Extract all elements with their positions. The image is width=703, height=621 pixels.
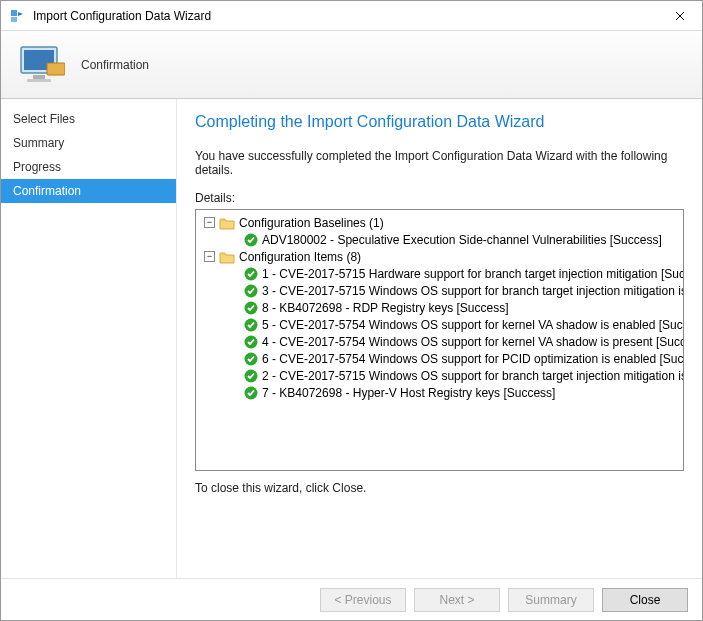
success-icon <box>244 267 258 281</box>
svg-rect-3 <box>27 79 51 82</box>
sidebar: Select Files Summary Progress Confirmati… <box>1 99 177 578</box>
sidebar-item-confirmation[interactable]: Confirmation <box>1 179 176 203</box>
sidebar-item-progress[interactable]: Progress <box>1 155 176 179</box>
tree-item[interactable]: 4 - CVE-2017-5754 Windows OS support for… <box>198 333 684 350</box>
footer-hint: To close this wizard, click Close. <box>195 481 684 495</box>
tree-item-label: 4 - CVE-2017-5754 Windows OS support for… <box>262 335 684 349</box>
wizard-header: Confirmation <box>1 31 702 99</box>
tree-item[interactable]: 8 - KB4072698 - RDP Registry keys [Succe… <box>198 299 684 316</box>
svg-rect-7 <box>220 253 225 255</box>
tree-item-label: 8 - KB4072698 - RDP Registry keys [Succe… <box>262 301 509 315</box>
sidebar-item-label: Confirmation <box>13 184 81 198</box>
close-button[interactable]: Close <box>602 588 688 612</box>
sidebar-item-label: Progress <box>13 160 61 174</box>
tree-root-items[interactable]: − Configuration Items (8) <box>198 248 684 265</box>
window-title: Import Configuration Data Wizard <box>33 9 657 23</box>
summary-button: Summary <box>508 588 594 612</box>
next-button: Next > <box>414 588 500 612</box>
app-icon <box>9 8 25 24</box>
success-icon <box>244 386 258 400</box>
details-label: Details: <box>195 191 684 205</box>
tree-item-label: 1 - CVE-2017-5715 Hardware support for b… <box>262 267 684 281</box>
success-icon <box>244 369 258 383</box>
page-title: Completing the Import Configuration Data… <box>195 113 684 131</box>
tree-item[interactable]: 3 - CVE-2017-5715 Windows OS support for… <box>198 282 684 299</box>
tree-item[interactable]: 7 - KB4072698 - Hyper-V Host Registry ke… <box>198 384 684 401</box>
success-icon <box>244 335 258 349</box>
folder-icon <box>219 250 235 264</box>
tree-item[interactable]: 5 - CVE-2017-5754 Windows OS support for… <box>198 316 684 333</box>
tree-item-label: 5 - CVE-2017-5754 Windows OS support for… <box>262 318 684 332</box>
svg-rect-5 <box>220 219 225 221</box>
tree-item[interactable]: ADV180002 - Speculative Execution Side-c… <box>198 231 684 248</box>
collapse-icon[interactable]: − <box>204 217 215 228</box>
completion-message: You have successfully completed the Impo… <box>195 149 684 177</box>
tree-item-label: 6 - CVE-2017-5754 Windows OS support for… <box>262 352 684 366</box>
monitor-icon <box>17 41 65 89</box>
collapse-icon[interactable]: − <box>204 251 215 262</box>
tree-item[interactable]: 6 - CVE-2017-5754 Windows OS support for… <box>198 350 684 367</box>
tree-item-label: ADV180002 - Speculative Execution Side-c… <box>262 233 662 247</box>
folder-icon <box>219 216 235 230</box>
wizard-buttons: < Previous Next > Summary Close <box>1 578 702 620</box>
sidebar-item-label: Select Files <box>13 112 75 126</box>
svg-rect-2 <box>33 75 45 79</box>
tree-root-baselines[interactable]: − Configuration Baselines (1) <box>198 214 684 231</box>
step-title: Confirmation <box>81 58 149 72</box>
sidebar-item-summary[interactable]: Summary <box>1 131 176 155</box>
tree-item[interactable]: 1 - CVE-2017-5715 Hardware support for b… <box>198 265 684 282</box>
tree-item[interactable]: 2 - CVE-2017-5715 Windows OS support for… <box>198 367 684 384</box>
svg-rect-4 <box>47 63 65 75</box>
success-icon <box>244 352 258 366</box>
success-icon <box>244 318 258 332</box>
sidebar-item-label: Summary <box>13 136 64 150</box>
details-tree[interactable]: − Configuration Baselines (1) ADV180002 … <box>195 209 684 471</box>
success-icon <box>244 284 258 298</box>
tree-item-label: 3 - CVE-2017-5715 Windows OS support for… <box>262 284 684 298</box>
tree-item-label: 2 - CVE-2017-5715 Windows OS support for… <box>262 369 684 383</box>
close-icon[interactable] <box>657 1 702 30</box>
previous-button: < Previous <box>320 588 406 612</box>
titlebar: Import Configuration Data Wizard <box>1 1 702 31</box>
main-panel: Completing the Import Configuration Data… <box>177 99 702 578</box>
tree-label: Configuration Baselines (1) <box>239 216 384 230</box>
tree-item-label: 7 - KB4072698 - Hyper-V Host Registry ke… <box>262 386 555 400</box>
success-icon <box>244 233 258 247</box>
sidebar-item-select-files[interactable]: Select Files <box>1 107 176 131</box>
success-icon <box>244 301 258 315</box>
tree-label: Configuration Items (8) <box>239 250 361 264</box>
